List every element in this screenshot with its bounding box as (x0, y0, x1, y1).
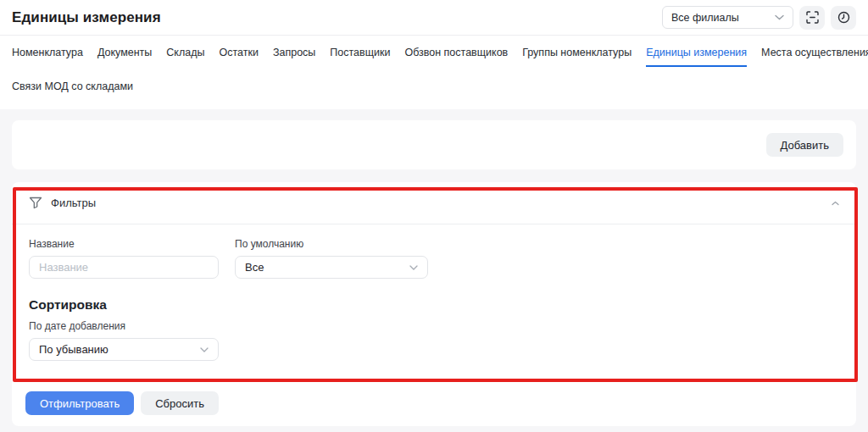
date-added-label: По дате добавления (29, 320, 839, 332)
tab-dokumenty[interactable]: Документы (97, 47, 152, 67)
chevron-down-icon (775, 14, 784, 20)
chevron-down-icon (200, 347, 209, 352)
branch-filter-value: Все филиалы (671, 12, 739, 24)
branch-filter-select[interactable]: Все филиалы (662, 6, 793, 29)
tab-obzvon-postavshchikov[interactable]: Обзвон поставщиков (404, 47, 508, 67)
tab-svyazi-mod[interactable]: Связи МОД со складами (12, 80, 133, 99)
tab-zaprosy[interactable]: Запросы (273, 47, 315, 67)
name-field-group: Название (29, 238, 219, 279)
tab-row-2: Связи МОД со складами (12, 80, 856, 99)
default-field-group: По умолчанию Все (235, 238, 428, 279)
filters-body: Название По умолчанию Все Сортировка По … (12, 224, 856, 361)
tab-mesta-deyatelnosti[interactable]: Места осуществления деятельности (761, 47, 868, 67)
date-added-sort-value: По убыванию (39, 343, 108, 356)
scan-frame-icon (806, 11, 819, 24)
add-button[interactable]: Добавить (766, 133, 843, 157)
tab-nomenklatura[interactable]: Номенклатура (12, 47, 83, 67)
tab-row-1: Номенклатура Документы Склады Остатки За… (12, 47, 856, 67)
name-input[interactable] (29, 256, 219, 279)
apply-filter-button[interactable]: Отфильтровать (25, 391, 134, 415)
chevron-down-icon (409, 265, 418, 270)
page-header: Единицы измерения Все филиалы (0, 0, 868, 36)
name-field-label: Название (29, 238, 219, 250)
tab-bar: Номенклатура Документы Склады Остатки За… (0, 36, 868, 109)
reset-filter-button[interactable]: Сбросить (141, 391, 219, 415)
default-field-label: По умолчанию (235, 238, 428, 250)
chevron-up-icon[interactable] (832, 201, 839, 206)
filters-field-row: Название По умолчанию Все (29, 238, 839, 279)
toolbar-card: Добавить (12, 120, 856, 169)
tab-sklady[interactable]: Склады (166, 47, 204, 67)
header-controls: Все филиалы (662, 6, 856, 30)
filters-card: Фильтры Название По умолчанию Все Сортир… (12, 182, 856, 426)
default-select[interactable]: Все (235, 256, 428, 279)
clock-icon (837, 11, 850, 24)
filters-header[interactable]: Фильтры (12, 182, 856, 224)
tab-gruppy-nomenklatury[interactable]: Группы номенклатуры (522, 47, 632, 67)
date-added-sort-select[interactable]: По убыванию (29, 338, 219, 361)
filters-title: Фильтры (51, 197, 96, 209)
page-title: Единицы измерения (12, 9, 161, 26)
history-button[interactable] (831, 6, 856, 30)
sorting-title: Сортировка (29, 297, 839, 313)
default-select-value: Все (245, 261, 264, 274)
tab-edinicy-izmereniya[interactable]: Единицы измерения (646, 47, 747, 67)
funnel-icon (29, 197, 42, 209)
scan-button[interactable] (799, 6, 825, 30)
tab-postavshchiki[interactable]: Поставщики (330, 47, 390, 67)
tab-ostatki[interactable]: Остатки (220, 47, 259, 67)
filters-actions: Отфильтровать Сбросить (25, 391, 219, 415)
